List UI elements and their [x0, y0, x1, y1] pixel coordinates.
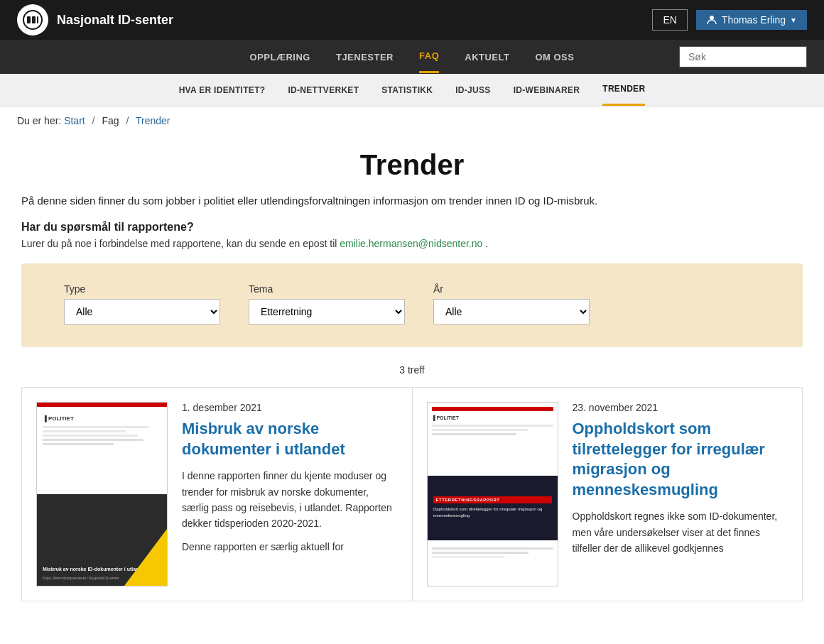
filter-tema: Tema Etterretning Identitet Migrasjon	[249, 283, 405, 324]
report-2-red-bar	[432, 407, 553, 411]
breadcrumb-prefix: Du er her:	[17, 115, 61, 126]
report-2-lines	[432, 425, 553, 435]
report-yellow-triangle	[124, 529, 167, 586]
r2bl1	[432, 547, 553, 550]
report-2-badge: ETTERRETNINGSRAPPORT	[433, 496, 552, 503]
sub-nav-id-nettverket[interactable]: ID-NETTVERKET	[288, 75, 359, 105]
breadcrumb-trender[interactable]: Trender	[136, 115, 170, 126]
filter-year: År Alle 2021 2020 2019	[433, 283, 590, 324]
nav-item-tjenester[interactable]: TJENESTER	[336, 42, 394, 72]
r2l1	[432, 425, 553, 427]
en-button[interactable]: EN	[652, 9, 687, 31]
user-button[interactable]: Thomas Erling ▼	[696, 10, 807, 30]
nav-item-om-oss[interactable]: OM OSS	[535, 42, 574, 72]
main-nav: OPPLÆRING TJENESTER FAQ AKTUELT OM OSS	[0, 40, 824, 74]
report-cover-2: ▐ POLITIET ETTERRETNINGSRAPPORT Oppholds…	[427, 402, 558, 586]
user-icon	[706, 14, 717, 26]
search-box	[679, 46, 807, 67]
filter-area: Type Alle Rapport Analyse Tema Etterretn…	[21, 263, 803, 347]
logo-icon	[17, 4, 48, 36]
line4	[43, 439, 143, 441]
r2l3	[432, 433, 517, 435]
filter-year-label: År	[433, 283, 590, 295]
top-header: Nasjonalt ID-senter EN Thomas Erling ▼	[0, 0, 824, 40]
sub-nav-trender[interactable]: TRENDER	[602, 74, 645, 106]
line1	[43, 426, 149, 428]
report-2-bottom-lines	[432, 547, 553, 558]
report-bottom: Misbruk av norske ID-dokumenter i utland…	[37, 494, 167, 586]
breadcrumb-fag: Fag	[102, 115, 119, 126]
breadcrumb-sep-1: /	[92, 115, 95, 126]
report-logo-text: ▐ POLITIET	[43, 415, 161, 422]
svg-rect-2	[32, 16, 36, 23]
breadcrumb: Du er her: Start / Fag / Trender	[0, 107, 824, 135]
card-1-title[interactable]: Misbruk av norske dokumenter i utlandet	[182, 419, 398, 459]
contact-text: Lurer du på noe i forbindelse med rappor…	[21, 238, 803, 249]
r2bl2	[432, 552, 529, 554]
logo-text: Nasjonalt ID-senter	[57, 13, 173, 28]
report-2-middle: ETTERRETNINGSRAPPORT Oppholdskort som ti…	[428, 476, 558, 540]
card-2-body: 23. november 2021 Oppholdskort som tilre…	[573, 402, 788, 586]
card-1-date: 1. desember 2021	[182, 402, 398, 413]
report-2-top: ▐ POLITIET	[428, 403, 558, 476]
r2bl3	[432, 556, 505, 558]
sub-nav: HVA ER IDENTITET? ID-NETTVERKET STATISTI…	[0, 74, 824, 107]
card-1-body: 1. desember 2021 Misbruk av norske dokum…	[182, 402, 398, 586]
filter-type-select[interactable]: Alle Rapport Analyse	[64, 299, 220, 324]
report-top: ▐ POLITIET	[37, 403, 167, 494]
report-red-bar	[37, 403, 167, 407]
card-2-title[interactable]: Oppholdskort som tilrettelegger for irre…	[573, 419, 788, 500]
user-name: Thomas Erling	[722, 14, 786, 26]
line2	[43, 430, 126, 432]
contact-text-before: Lurer du på noe i forbindelse med rappor…	[21, 238, 337, 249]
contact-text-after: .	[485, 238, 488, 249]
filter-tema-select[interactable]: Etterretning Identitet Migrasjon	[249, 299, 405, 324]
page-intro: På denne siden finner du som jobber i po…	[21, 192, 803, 209]
line3	[43, 435, 138, 437]
logo-area: Nasjonalt ID-senter	[17, 4, 173, 36]
cards-row: ▐ POLITIET Misbruk av norske ID-dokument…	[21, 387, 803, 601]
sub-nav-statistikk[interactable]: STATISTIKK	[381, 75, 433, 105]
search-input[interactable]	[679, 46, 807, 67]
header-right: EN Thomas Erling ▼	[652, 9, 807, 31]
sub-nav-id-webinarer[interactable]: ID-WEBINARER	[514, 75, 580, 105]
report-lines	[43, 426, 161, 445]
filter-tema-label: Tema	[249, 283, 405, 295]
results-count: 3 treff	[21, 364, 803, 376]
contact-heading: Har du spørsmål til rapportene?	[21, 221, 803, 234]
nav-item-opplaering[interactable]: OPPLÆRING	[250, 42, 310, 72]
card-2-date: 23. november 2021	[573, 402, 788, 413]
svg-rect-1	[27, 16, 31, 23]
line5	[43, 443, 114, 445]
chevron-down-icon: ▼	[790, 16, 797, 24]
report-cover-1: ▐ POLITIET Misbruk av norske ID-dokument…	[36, 402, 168, 586]
nav-items: OPPLÆRING TJENESTER FAQ AKTUELT OM OSS	[250, 40, 575, 73]
card-2-image: ▐ POLITIET ETTERRETNINGSRAPPORT Oppholds…	[427, 402, 558, 586]
r2l2	[432, 429, 529, 431]
nav-item-aktuelt[interactable]: AKTUELT	[465, 42, 509, 72]
card-1: ▐ POLITIET Misbruk av norske ID-dokument…	[21, 387, 413, 601]
filter-type-label: Type	[64, 283, 220, 295]
report-2-cover-title: Oppholdskort som tilrettelegger for irre…	[433, 506, 552, 519]
sub-nav-hva-er-identitet[interactable]: HVA ER IDENTITET?	[179, 75, 266, 105]
page-title: Trender	[21, 149, 803, 181]
svg-point-4	[710, 16, 714, 20]
page-content: Trender På denne siden finner du som job…	[7, 149, 817, 630]
card-1-desc2: Denne rapporten er særlig aktuell for	[182, 539, 398, 555]
card-1-desc: I denne rapporten finner du kjente modus…	[182, 468, 398, 532]
svg-rect-3	[37, 16, 38, 23]
card-2-inner: ▐ POLITIET ETTERRETNINGSRAPPORT Oppholds…	[413, 388, 803, 601]
breadcrumb-start[interactable]: Start	[64, 115, 85, 126]
card-1-inner: ▐ POLITIET Misbruk av norske ID-dokument…	[22, 388, 412, 601]
sub-nav-id-juss[interactable]: ID-JUSS	[455, 75, 490, 105]
breadcrumb-sep-2: /	[126, 115, 129, 126]
card-1-image: ▐ POLITIET Misbruk av norske ID-dokument…	[36, 402, 168, 586]
filter-type: Type Alle Rapport Analyse	[64, 283, 220, 324]
contact-email[interactable]: emilie.hermansen@nidsenter.no	[340, 238, 482, 249]
report-2-logo: ▐ POLITIET	[432, 415, 553, 420]
report-2-bottom	[428, 540, 558, 586]
card-2: ▐ POLITIET ETTERRETNINGSRAPPORT Oppholds…	[413, 387, 803, 601]
nav-item-faq[interactable]: FAQ	[419, 40, 439, 73]
filter-year-select[interactable]: Alle 2021 2020 2019	[433, 299, 590, 324]
card-2-desc: Oppholdskort regnes ikke som ID-dokument…	[573, 508, 788, 556]
